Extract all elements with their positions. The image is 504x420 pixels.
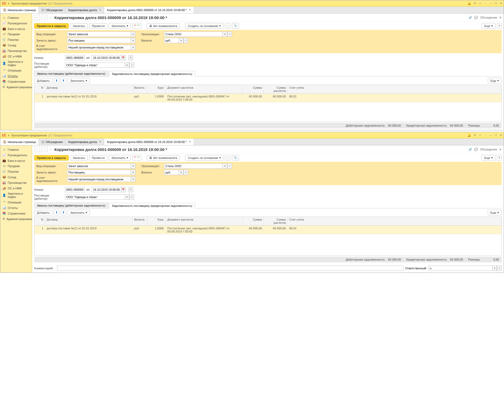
sidebar-item-sales[interactable]: 🏷Продажи bbox=[0, 32, 32, 37]
col-currency[interactable]: Валюта bbox=[133, 85, 147, 93]
sidebar-item-assets[interactable]: 🚚ОС и НМА bbox=[0, 185, 32, 191]
open-icon[interactable]: ↗ bbox=[227, 32, 232, 37]
discuss-tab[interactable]: 🖵Обсуждения bbox=[39, 138, 65, 145]
post-button[interactable]: Провести bbox=[89, 155, 107, 160]
org-input[interactable] bbox=[164, 32, 222, 37]
open-icon[interactable]: ↗ bbox=[183, 38, 188, 43]
discuss-tab[interactable]: 🖵Обсуждения bbox=[39, 7, 65, 13]
create-based-button[interactable]: Создать на основании ▾ bbox=[185, 23, 223, 29]
favorite-icon[interactable]: ☆ bbox=[49, 15, 53, 20]
dropdown-icon[interactable]: ▾ bbox=[492, 266, 497, 271]
open-icon[interactable]: ↗ bbox=[227, 163, 232, 169]
supplier-input[interactable] bbox=[65, 62, 125, 68]
col-document[interactable]: Документ расчетов bbox=[166, 217, 243, 225]
doc-tab-debt[interactable]: Задолженность поставщику (кредиторская з… bbox=[109, 203, 195, 208]
calendar-icon[interactable]: 📅 bbox=[121, 55, 126, 60]
open-icon[interactable]: ↗ bbox=[129, 194, 134, 200]
settings-icon[interactable]: ⋮ bbox=[484, 133, 487, 137]
move-down-button[interactable]: ⬇ bbox=[61, 210, 66, 215]
adv-input[interactable] bbox=[67, 38, 131, 43]
sidebar-item-assets[interactable]: 🚚ОС и НМА bbox=[0, 53, 32, 59]
cur-input[interactable] bbox=[164, 38, 179, 43]
save-button[interactable]: Записать bbox=[70, 155, 88, 160]
sidebar-item-reports[interactable]: 📊Отчеты bbox=[0, 205, 32, 211]
sidebar-item-main[interactable]: ≡Главное bbox=[0, 147, 32, 152]
dropdown-icon[interactable]: ▾ bbox=[131, 45, 135, 50]
discuss-label[interactable]: Обсуждение bbox=[480, 16, 497, 19]
data-grid[interactable]: N Договор Валюта Курс Документ расчетов … bbox=[34, 85, 502, 122]
sidebar-item-purchases[interactable]: 🛒Покупки bbox=[0, 37, 32, 42]
menu-icon[interactable]: ≡ bbox=[8, 2, 10, 5]
col-document[interactable]: Документ расчетов bbox=[166, 85, 243, 93]
star-icon[interactable]: ☆ bbox=[479, 133, 481, 137]
favorite-icon[interactable]: ☆ bbox=[49, 147, 53, 152]
op-input[interactable] bbox=[67, 32, 131, 37]
sidebar-item-manager[interactable]: 📈Руководителю bbox=[0, 20, 32, 26]
dropdown-icon[interactable]: ▾ bbox=[131, 38, 135, 43]
bell-icon[interactable]: 🔔 bbox=[467, 2, 471, 5]
save-button[interactable]: Записать bbox=[70, 23, 88, 29]
col-currency[interactable]: Валюта bbox=[133, 217, 147, 225]
sidebar-item-hr[interactable]: 👤Зарплата и кадры bbox=[0, 191, 32, 199]
dropdown-icon[interactable]: ▾ bbox=[131, 177, 135, 182]
add-row-button[interactable]: Добавить bbox=[34, 210, 52, 215]
menu-icon[interactable]: ≡ bbox=[8, 134, 10, 137]
dropdown-icon[interactable]: ▾ bbox=[222, 32, 227, 37]
maximize-icon[interactable]: ☐ bbox=[494, 133, 497, 137]
back-button[interactable]: ← bbox=[34, 147, 40, 152]
col-account[interactable]: Счет учета bbox=[288, 85, 501, 93]
post-button[interactable]: Провести bbox=[89, 23, 107, 29]
dropdown-icon[interactable]: ▾ bbox=[179, 38, 183, 43]
schedule-icon[interactable]: ⏱ bbox=[128, 187, 133, 192]
close-tab-icon[interactable]: ✕ bbox=[99, 8, 101, 12]
table-more-button[interactable]: Еще ▾ bbox=[488, 78, 502, 83]
create-based-button[interactable]: Создать на основании ▾ bbox=[185, 155, 223, 160]
adv-input[interactable] bbox=[67, 170, 131, 175]
dropdown-icon[interactable]: ▾ bbox=[131, 32, 135, 37]
move-up-button[interactable]: ⬆ bbox=[54, 78, 59, 83]
link-icon[interactable]: 🔗 bbox=[468, 148, 472, 151]
fill-button[interactable]: Заполнить ▾ bbox=[109, 155, 131, 160]
print-button[interactable]: 🖶 Акт взаимозачета bbox=[147, 155, 180, 160]
more-button[interactable]: Еще ▾ bbox=[481, 23, 495, 29]
move-up-button[interactable]: ⬆ bbox=[54, 210, 59, 215]
open-icon[interactable]: ↗ bbox=[183, 170, 188, 175]
tab-1[interactable]: Корректировка долга✕ bbox=[65, 138, 104, 145]
back-button[interactable]: ← bbox=[34, 15, 40, 20]
col-rate[interactable]: Курс bbox=[147, 85, 166, 93]
history-icon[interactable]: ↻ bbox=[474, 2, 476, 5]
dropdown-icon[interactable]: ▾ bbox=[179, 170, 183, 175]
home-tab[interactable]: 🏠Начальная страница bbox=[0, 7, 39, 13]
calendar-icon[interactable]: 📅 bbox=[121, 187, 126, 192]
forward-button[interactable]: → bbox=[42, 15, 47, 20]
sidebar-item-bank[interactable]: 💼Банк и касса bbox=[0, 158, 32, 163]
debt-input[interactable] bbox=[67, 177, 131, 182]
minimize-icon[interactable]: ─ bbox=[490, 2, 492, 5]
structure-button[interactable]: ⬚ bbox=[225, 155, 231, 160]
post-close-button[interactable]: Провести и закрыть bbox=[34, 23, 69, 29]
history-icon[interactable]: ↻ bbox=[474, 133, 476, 137]
sidebar-item-sales[interactable]: 🏷Продажи bbox=[0, 163, 32, 169]
sidebar-item-purchases[interactable]: 🛒Покупки bbox=[0, 169, 32, 174]
data-grid[interactable]: N Договор Валюта Курс Документ расчетов … bbox=[34, 217, 502, 256]
col-account[interactable]: Счет учета bbox=[288, 217, 501, 225]
table-row[interactable]: 1 договор поставки №12 от 01.01.2019 руб… bbox=[34, 226, 501, 234]
date-input[interactable] bbox=[92, 187, 121, 192]
open-icon[interactable]: ↗ bbox=[497, 266, 502, 271]
dt-kt-button[interactable]: ᴬᵀᴷᵀ bbox=[132, 155, 141, 160]
dropdown-icon[interactable]: ▾ bbox=[131, 163, 135, 169]
maximize-icon[interactable]: ☐ bbox=[494, 2, 497, 5]
minimize-icon[interactable]: ─ bbox=[490, 134, 492, 137]
dropdown-icon[interactable]: ▾ bbox=[222, 163, 227, 169]
schedule-icon[interactable]: ⏱ bbox=[128, 55, 133, 60]
tab-2[interactable]: Корректировка долга 0001-000009 от 16.10… bbox=[104, 138, 194, 145]
link-icon[interactable]: 🔗 bbox=[468, 16, 472, 19]
tab-2[interactable]: Корректировка долга 0001-000009 от 16.10… bbox=[104, 7, 194, 13]
comment-input[interactable] bbox=[57, 266, 404, 271]
col-contract[interactable]: Договор bbox=[45, 217, 133, 225]
attach-button[interactable]: 📎 bbox=[232, 23, 239, 29]
sidebar-item-reports[interactable]: 📊Отчеты bbox=[0, 73, 32, 79]
date-input[interactable] bbox=[92, 55, 121, 60]
cur-input[interactable] bbox=[164, 170, 179, 175]
sidebar-item-warehouse[interactable]: 📦Склад bbox=[0, 174, 32, 180]
